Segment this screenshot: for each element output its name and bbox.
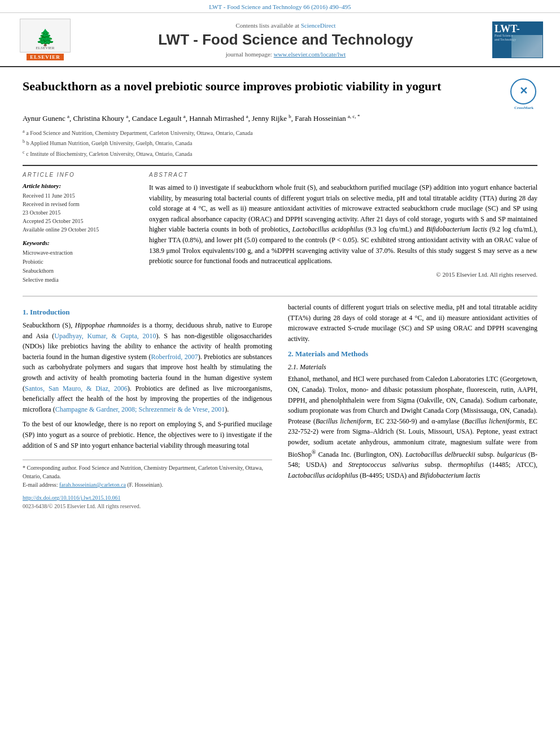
affil-a: a a Food Science and Nutrition, Chemistr… bbox=[23, 128, 537, 137]
affiliations-block: a a Food Science and Nutrition, Chemistr… bbox=[23, 128, 537, 158]
sciencedirect-link[interactable]: ScienceDirect bbox=[301, 22, 336, 29]
author-gunenc: Aynur Gunenc a, bbox=[23, 114, 73, 123]
keywords-section: Keywords: Microwave-extraction Probiotic… bbox=[23, 239, 135, 285]
elsevier-logo-area: 🌲 ELSEVIER ELSEVIER bbox=[11, 19, 79, 60]
crossmark-icon: ✕ bbox=[519, 85, 528, 98]
author-legault: Candace Legault a, bbox=[132, 114, 189, 123]
crossmark-label: CrossMark bbox=[510, 106, 537, 111]
author-khoury: Christina Khoury a, bbox=[73, 114, 132, 123]
revised-date: Received in revised form23 October 2015 bbox=[23, 200, 135, 217]
section2-heading: 2. Materials and Methods bbox=[288, 350, 537, 359]
lwt-logo: LWT- Food Scienceand Technology bbox=[492, 21, 543, 58]
crossmark-badge: ✕ CrossMark bbox=[510, 78, 537, 106]
keyword-3: Selective media bbox=[23, 276, 135, 285]
intro-para1: Seabuckthorn (S), Hippophae rhamnoides i… bbox=[23, 320, 272, 414]
authors-block: Aynur Gunenc a, Christina Khoury a, Cand… bbox=[23, 112, 537, 125]
body-col-right: bacterial counts of different yogurt tri… bbox=[288, 302, 537, 510]
article-wrapper: Seabuckthorn as a novel prebiotic source… bbox=[0, 67, 560, 296]
body-columns: 1. Introduction Seabuckthorn (S), Hippop… bbox=[23, 302, 537, 510]
article-title-text: Seabuckthorn as a novel prebiotic source… bbox=[23, 78, 510, 95]
keywords-title: Keywords: bbox=[23, 239, 135, 246]
author-mirrashed: Hannah Mirrashed a, bbox=[189, 114, 252, 123]
keyword-2: Seabuckthorn bbox=[23, 267, 135, 276]
article-info-label: ARTICLE INFO bbox=[23, 172, 135, 178]
affil-c: c c Institute of Biochemistry, Carleton … bbox=[23, 149, 537, 158]
email-link[interactable]: farah.hosseinian@carleton.ca bbox=[59, 482, 126, 488]
journal-title: LWT - Food Science and Technology bbox=[85, 31, 487, 49]
journal-banner: LWT - Food Science and Technology 66 (20… bbox=[0, 0, 560, 13]
elsevier-image: 🌲 ELSEVIER bbox=[20, 19, 71, 53]
footnote-area: * Corresponding author. Food Science and… bbox=[23, 460, 272, 510]
banner-text: LWT - Food Science and Technology 66 (20… bbox=[209, 3, 351, 10]
info-abstract-columns: ARTICLE INFO Article history: Received 1… bbox=[23, 172, 537, 285]
author-hosseinian: Farah Hosseinian a, c, * bbox=[295, 114, 360, 123]
sciencedirect-label: Contents lists available at ScienceDirec… bbox=[85, 22, 487, 29]
keyword-1: Probiotic bbox=[23, 257, 135, 267]
email-line: E-mail address: farah.hosseinian@carleto… bbox=[23, 480, 272, 489]
journal-header: 🌲 ELSEVIER ELSEVIER Contents lists avail… bbox=[0, 13, 560, 67]
article-info-col: ARTICLE INFO Article history: Received 1… bbox=[23, 172, 135, 285]
abstract-col: ABSTRACT It was aimed to i) investigate … bbox=[149, 172, 537, 285]
doi-line: http://dx.doi.org/10.1016/j.lwt.2015.10.… bbox=[23, 493, 272, 502]
intro-para2: To the best of our knowledge, there is n… bbox=[23, 419, 272, 451]
subsection21-heading: 2.1. Materials bbox=[288, 363, 537, 372]
accepted-date: Accepted 25 October 2015 bbox=[23, 217, 135, 225]
tree-icon: 🌲 bbox=[36, 30, 55, 46]
copyright-text: © 2015 Elsevier Ltd. All rights reserved… bbox=[149, 271, 537, 278]
journal-header-center: Contents lists available at ScienceDirec… bbox=[85, 22, 487, 58]
abstract-label: ABSTRACT bbox=[149, 172, 537, 178]
section1-heading: 1. Introduction bbox=[23, 308, 272, 317]
available-date: Available online 29 October 2015 bbox=[23, 225, 135, 234]
ref-santos[interactable]: Santos, San Mauro, & Diaz, 2006 bbox=[25, 385, 128, 392]
lwt-logo-image bbox=[511, 35, 542, 58]
abstract-text: It was aimed to i) investigate if seabuc… bbox=[149, 182, 537, 267]
article-title-block: Seabuckthorn as a novel prebiotic source… bbox=[23, 78, 537, 106]
crossmark-circle: ✕ bbox=[510, 78, 536, 104]
materials-para: Ethanol, methanol, and HCl were purchase… bbox=[288, 374, 537, 480]
lwt-logo-text: LWT- bbox=[495, 24, 520, 34]
received-date: Received 11 June 2015 bbox=[23, 191, 135, 200]
elsevier-logo: 🌲 ELSEVIER ELSEVIER bbox=[11, 19, 79, 60]
lwt-logo-area: LWT- Food Scienceand Technology bbox=[492, 21, 549, 58]
ref-upadhyay[interactable]: Upadhyay, Kumar, & Gupta, 2010 bbox=[54, 332, 156, 340]
elsevier-label: ELSEVIER bbox=[27, 54, 64, 60]
corresponding-author: * Corresponding author. Food Science and… bbox=[23, 464, 272, 480]
body-col-left: 1. Introduction Seabuckthorn (S), Hippop… bbox=[23, 302, 272, 510]
keyword-0: Microwave-extraction bbox=[23, 248, 135, 257]
article-history: Article history: Received 11 June 2015 R… bbox=[23, 182, 135, 234]
homepage-link[interactable]: www.elsevier.com/locate/lwt bbox=[274, 51, 346, 58]
ref-champagne[interactable]: Champagne & Gardner, 2008; Schrezenmeir … bbox=[55, 405, 225, 413]
divider-thick bbox=[23, 165, 537, 166]
journal-homepage: journal homepage: www.elsevier.com/locat… bbox=[85, 51, 487, 58]
issn-line: 0023-6438/© 2015 Elsevier Ltd. All right… bbox=[23, 502, 272, 510]
affil-b: b b Applied Human Nutrition, Guelph Univ… bbox=[23, 138, 537, 147]
intro-para-right: bacterial counts of different yogurt tri… bbox=[288, 302, 537, 344]
history-title: Article history: bbox=[23, 182, 135, 189]
body-wrapper: 1. Introduction Seabuckthorn (S), Hippop… bbox=[0, 296, 560, 522]
author-rijke: Jenny Rijke b, bbox=[252, 114, 295, 123]
elsevier-img-text: ELSEVIER bbox=[36, 46, 54, 50]
doi-link[interactable]: http://dx.doi.org/10.1016/j.lwt.2015.10.… bbox=[23, 495, 120, 501]
ref-roberfroid[interactable]: Roberfroid, 2007 bbox=[151, 353, 198, 361]
